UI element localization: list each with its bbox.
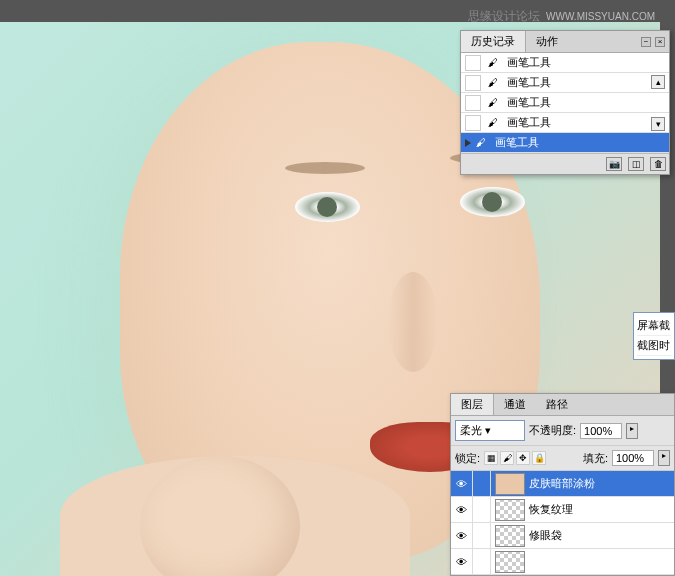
- layer-name: 皮肤暗部涂粉: [529, 476, 595, 491]
- layer-name: 恢复纹理: [529, 502, 573, 517]
- opacity-flyout-icon[interactable]: ▸: [626, 423, 638, 439]
- link-col[interactable]: [473, 523, 491, 548]
- history-item[interactable]: 画笔工具: [461, 73, 669, 93]
- brush-icon: [485, 76, 501, 90]
- new-snapshot-icon[interactable]: ◫: [628, 157, 644, 171]
- lock-fill-row: 锁定: ▦ 🖌 ✥ 🔒 填充: 100% ▸: [451, 446, 674, 471]
- tab-layers[interactable]: 图层: [451, 394, 494, 415]
- opacity-label: 不透明度:: [529, 423, 576, 438]
- link-col[interactable]: [473, 549, 491, 574]
- scroll-down-icon[interactable]: ▾: [651, 117, 665, 131]
- minimize-icon[interactable]: −: [641, 37, 651, 47]
- layer-thumbnail[interactable]: [495, 499, 525, 521]
- layer-row[interactable]: 👁 恢复纹理: [451, 497, 674, 523]
- brush-icon: [473, 136, 489, 150]
- fill-input[interactable]: 100%: [612, 450, 654, 466]
- trash-icon[interactable]: 🗑: [650, 157, 666, 171]
- visibility-toggle[interactable]: 👁: [451, 523, 473, 548]
- tab-actions[interactable]: 动作: [526, 31, 568, 52]
- layer-row[interactable]: 👁 皮肤暗部涂粉: [451, 471, 674, 497]
- lock-position-icon[interactable]: ✥: [516, 451, 530, 465]
- layer-thumbnail[interactable]: [495, 551, 525, 573]
- lock-transparency-icon[interactable]: ▦: [484, 451, 498, 465]
- history-checkbox[interactable]: [465, 95, 481, 111]
- visibility-toggle[interactable]: 👁: [451, 549, 473, 574]
- blend-mode-select[interactable]: 柔光 ▾: [455, 420, 525, 441]
- history-list: ▴ 画笔工具 画笔工具 画笔工具 画笔工具 画笔工具 ▾: [461, 53, 669, 153]
- blend-opacity-row: 柔光 ▾ 不透明度: 100% ▸: [451, 416, 674, 446]
- lock-pixels-icon[interactable]: 🖌: [500, 451, 514, 465]
- layers-panel: 图层 通道 路径 柔光 ▾ 不透明度: 100% ▸ 锁定: ▦ 🖌 ✥ 🔒 填…: [450, 393, 675, 576]
- history-checkbox[interactable]: [465, 75, 481, 91]
- layer-thumbnail[interactable]: [495, 525, 525, 547]
- history-checkbox[interactable]: [465, 55, 481, 71]
- scroll-up-icon[interactable]: ▴: [651, 75, 665, 89]
- layers-panel-header: 图层 通道 路径: [451, 394, 674, 416]
- history-label: 画笔工具: [507, 95, 551, 110]
- tab-paths[interactable]: 路径: [536, 394, 578, 415]
- screenshot-popup: 屏幕截 截图时: [633, 312, 675, 360]
- visibility-toggle[interactable]: 👁: [451, 497, 473, 522]
- link-col[interactable]: [473, 497, 491, 522]
- brush-icon: [485, 96, 501, 110]
- history-item[interactable]: 画笔工具: [461, 93, 669, 113]
- history-label: 画笔工具: [507, 75, 551, 90]
- tab-channels[interactable]: 通道: [494, 394, 536, 415]
- close-icon[interactable]: ×: [655, 37, 665, 47]
- layer-name: 修眼袋: [529, 528, 562, 543]
- history-label: 画笔工具: [495, 135, 539, 150]
- link-col[interactable]: [473, 471, 491, 496]
- opacity-input[interactable]: 100%: [580, 423, 622, 439]
- tab-history[interactable]: 历史记录: [461, 31, 526, 52]
- brush-icon: [485, 116, 501, 130]
- fill-label: 填充:: [583, 451, 608, 466]
- brush-icon: [485, 56, 501, 70]
- history-checkbox[interactable]: [465, 115, 481, 131]
- fill-flyout-icon[interactable]: ▸: [658, 450, 670, 466]
- history-panel: 历史记录 动作 − × ▴ 画笔工具 画笔工具 画笔工具 画笔工具: [460, 30, 670, 175]
- history-item[interactable]: 画笔工具: [461, 53, 669, 73]
- snapshot-icon[interactable]: 📷: [606, 157, 622, 171]
- history-label: 画笔工具: [507, 115, 551, 130]
- lock-label: 锁定:: [455, 451, 480, 466]
- layer-row[interactable]: 👁 修眼袋: [451, 523, 674, 549]
- history-panel-header: 历史记录 动作 − ×: [461, 31, 669, 53]
- history-item[interactable]: 画笔工具: [461, 133, 669, 153]
- layer-thumbnail[interactable]: [495, 473, 525, 495]
- layers-list: 👁 皮肤暗部涂粉 👁 恢复纹理 👁 修眼袋 👁: [451, 471, 674, 575]
- history-label: 画笔工具: [507, 55, 551, 70]
- history-item[interactable]: 画笔工具: [461, 113, 669, 133]
- layer-row[interactable]: 👁: [451, 549, 674, 575]
- lock-all-icon[interactable]: 🔒: [532, 451, 546, 465]
- current-state-icon: [465, 139, 471, 147]
- visibility-toggle[interactable]: 👁: [451, 471, 473, 496]
- history-panel-footer: 📷 ◫ 🗑: [461, 153, 669, 174]
